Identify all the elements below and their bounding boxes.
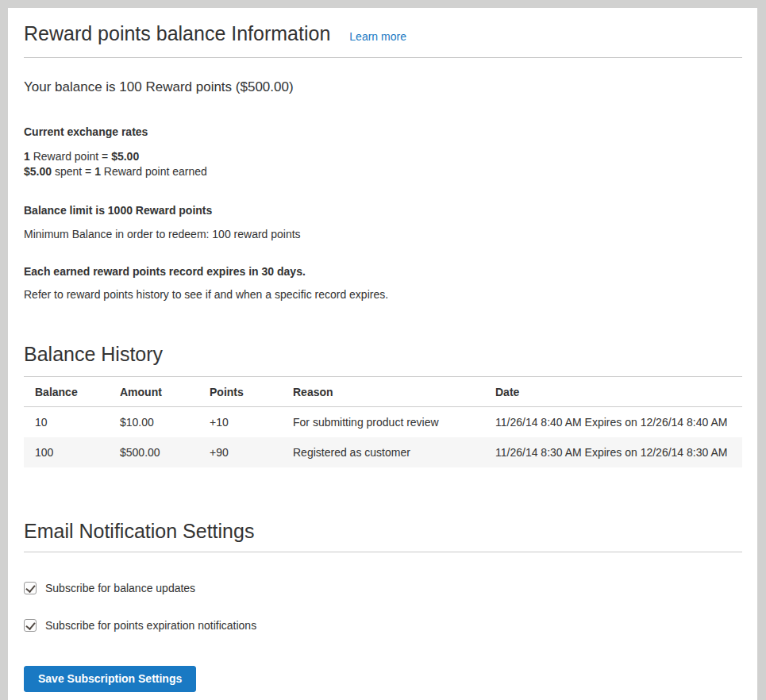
column-header-balance: Balance: [24, 377, 109, 407]
balance-history-heading: Balance History: [24, 343, 742, 366]
cell-amount: $10.00: [109, 407, 198, 438]
exchange-rate-line-1: 1 Reward point = $5.00: [24, 149, 742, 164]
exchange-rate-lines: 1 Reward point = $5.00 $5.00 spent = 1 R…: [24, 149, 742, 179]
cell-date: 11/26/14 8:40 AM Expires on 12/26/14 8:4…: [484, 407, 742, 438]
balance-updates-label: Subscribe for balance updates: [45, 582, 195, 594]
balance-history-table: Balance Amount Points Reason Date 10 $10…: [24, 376, 742, 467]
table-header: Balance Amount Points Reason Date: [24, 377, 742, 407]
save-subscription-settings-button[interactable]: Save Subscription Settings: [24, 666, 196, 692]
balance-limit-text: Balance limit is 1000 Reward points: [24, 204, 742, 217]
cell-points: +90: [198, 437, 282, 467]
column-header-reason: Reason: [282, 377, 484, 407]
table-row: 10 $10.00 +10 For submitting product rev…: [24, 407, 742, 438]
column-header-points: Points: [198, 377, 282, 407]
header-divider: [24, 57, 742, 58]
cell-points: +10: [198, 407, 282, 438]
points-expiration-label: Subscribe for points expiration notifica…: [45, 619, 256, 632]
points-expiration-checkbox[interactable]: [24, 619, 37, 632]
balance-summary: Your balance is 100 Reward points ($500.…: [24, 79, 742, 95]
cell-date: 11/26/14 8:30 AM Expires on 12/26/14 8:3…: [484, 437, 742, 467]
column-header-date: Date: [484, 377, 742, 407]
subscribe-balance-updates-option[interactable]: Subscribe for balance updates: [24, 582, 742, 594]
learn-more-link[interactable]: Learn more: [349, 30, 406, 43]
table-body: 10 $10.00 +10 For submitting product rev…: [24, 407, 742, 468]
cell-reason: Registered as customer: [282, 437, 484, 467]
column-header-amount: Amount: [109, 377, 198, 407]
table-header-row: Balance Amount Points Reason Date: [24, 377, 742, 407]
cell-amount: $500.00: [109, 437, 198, 467]
exchange-rate-line-2: $5.00 spent = 1 Reward point earned: [24, 164, 742, 179]
balance-updates-checkbox[interactable]: [24, 582, 37, 594]
exchange-rates-heading: Current exchange rates: [24, 125, 742, 138]
button-row: Save Subscription Settings: [24, 632, 742, 692]
reward-points-card: Reward points balance Information Learn …: [8, 8, 757, 700]
cell-balance: 100: [24, 437, 109, 467]
expiry-heading-text: Each earned reward points record expires…: [24, 265, 742, 278]
minimum-balance-text: Minimum Balance in order to redeem: 100 …: [24, 228, 742, 240]
table-row: 100 $500.00 +90 Registered as customer 1…: [24, 437, 742, 467]
email-notification-settings-heading: Email Notification Settings: [24, 520, 742, 552]
cell-balance: 10: [24, 407, 109, 438]
expiry-note-text: Refer to reward points history to see if…: [24, 288, 742, 301]
page-title: Reward points balance Information: [24, 21, 330, 46]
subscribe-points-expiration-option[interactable]: Subscribe for points expiration notifica…: [24, 619, 742, 632]
cell-reason: For submitting product review: [282, 407, 484, 438]
card-header: Reward points balance Information Learn …: [24, 21, 742, 46]
